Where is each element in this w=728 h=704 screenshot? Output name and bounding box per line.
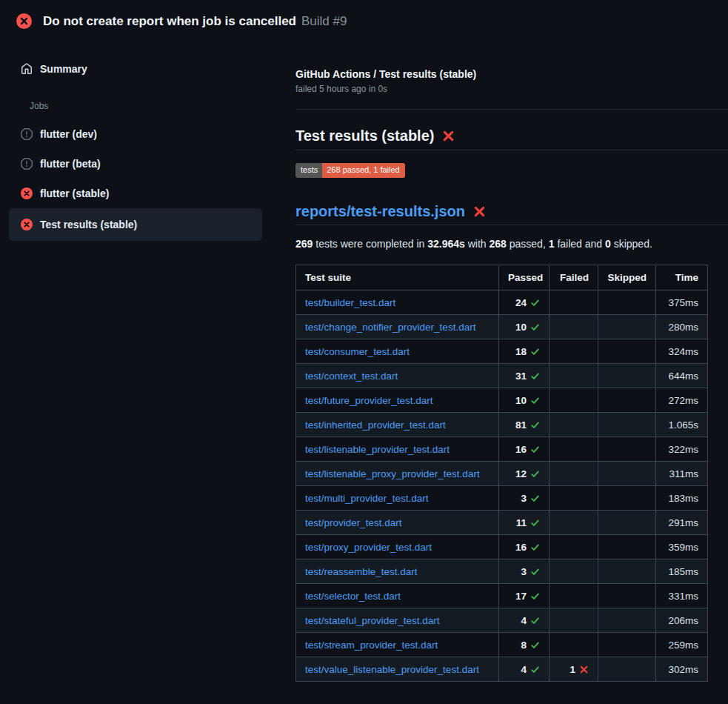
failed-cell xyxy=(550,608,598,633)
skipped-cell xyxy=(598,608,656,633)
build-number: Build #9 xyxy=(301,14,347,28)
passed-cell: 4 xyxy=(499,608,550,633)
suite-link[interactable]: test/reassemble_test.dart xyxy=(305,566,418,577)
failed-cell xyxy=(550,584,598,608)
skipped-cell xyxy=(598,535,656,559)
suite-cell: test/listenable_provider_test.dart xyxy=(296,437,499,462)
skipped-cell xyxy=(598,364,656,388)
cross-mark-icon xyxy=(442,130,455,142)
check-icon xyxy=(530,616,540,625)
table-row: test/consumer_test.dart18324ms xyxy=(296,339,708,364)
count-value: 11 xyxy=(516,517,527,528)
home-icon xyxy=(21,63,33,75)
jobs-section-label: Jobs xyxy=(30,101,262,111)
count-value: 3 xyxy=(521,493,527,504)
suite-link[interactable]: test/stream_provider_test.dart xyxy=(305,640,438,651)
table-row: test/reassemble_test.dart3185ms xyxy=(296,559,708,584)
suite-cell: test/consumer_test.dart xyxy=(296,339,499,364)
failed-cell xyxy=(550,388,598,413)
suite-cell: test/stateful_provider_test.dart xyxy=(296,608,499,633)
count-value: 31 xyxy=(515,371,527,382)
suite-link[interactable]: test/future_provider_test.dart xyxy=(305,395,433,406)
sidebar-item-flutter-dev[interactable]: flutter (dev) xyxy=(9,119,262,149)
suite-link[interactable]: test/listenable_proxy_provider_test.dart xyxy=(305,468,480,479)
suite-cell: test/provider_test.dart xyxy=(296,511,499,535)
test-summary-line: 269 tests were completed in 32.964s with… xyxy=(295,237,728,250)
skipped-cell xyxy=(598,413,656,437)
skipped-cell xyxy=(598,584,656,608)
sidebar-item-test-results-stable[interactable]: Test results (stable) xyxy=(9,208,262,241)
check-icon xyxy=(530,371,540,381)
stop-icon xyxy=(21,158,33,170)
suite-cell: test/inherited_provider_test.dart xyxy=(296,413,499,437)
table-row: test/provider_test.dart11291ms xyxy=(296,511,708,535)
sidebar-item-summary[interactable]: Summary xyxy=(9,54,262,84)
failed-cell xyxy=(550,413,598,437)
failed-cell xyxy=(550,633,598,657)
skipped-cell xyxy=(598,462,656,486)
suite-link[interactable]: test/multi_provider_test.dart xyxy=(305,493,429,504)
suite-link[interactable]: test/context_test.dart xyxy=(305,371,398,382)
count-value: 3 xyxy=(521,566,527,577)
run-meta: failed 5 hours ago in 0s xyxy=(295,84,728,94)
tests-status-badge: tests 268 passed, 1 failed xyxy=(295,163,405,178)
time-cell: 375ms xyxy=(656,290,708,315)
check-icon xyxy=(530,298,540,308)
section-heading: Test results (stable) xyxy=(295,126,728,145)
passed-cell: 17 xyxy=(499,584,550,608)
table-row: test/value_listenable_provider_test.dart… xyxy=(296,657,708,682)
section-title: Test results (stable) xyxy=(295,126,434,145)
suite-link[interactable]: test/builder_test.dart xyxy=(305,297,395,308)
suite-link[interactable]: test/consumer_test.dart xyxy=(305,346,410,357)
summary-text: passed, xyxy=(507,238,549,250)
time-cell: 272ms xyxy=(656,388,708,413)
passed-cell: 31 xyxy=(499,364,550,388)
skipped-cell xyxy=(598,486,656,511)
count-value: 12 xyxy=(515,468,527,479)
count-value: 4 xyxy=(521,664,527,675)
cross-mark-icon xyxy=(473,205,486,218)
sidebar: Summary Jobs flutter (dev)flutter (beta)… xyxy=(0,41,284,241)
time-cell: 331ms xyxy=(656,584,708,608)
job-item-label: flutter (dev) xyxy=(40,128,97,140)
summary-number: 32.964s xyxy=(427,238,465,250)
page-title: Do not create report when job is cancell… xyxy=(43,14,296,28)
suite-link[interactable]: test/change_notifier_provider_test.dart xyxy=(305,322,475,333)
suite-cell: test/future_provider_test.dart xyxy=(296,388,499,413)
table-row: test/stream_provider_test.dart8259ms xyxy=(296,633,708,657)
table-row: test/stateful_provider_test.dart4206ms xyxy=(296,608,708,633)
skipped-cell xyxy=(598,315,656,339)
sidebar-item-flutter-stable[interactable]: flutter (stable) xyxy=(9,179,262,208)
suite-link[interactable]: test/provider_test.dart xyxy=(305,517,402,528)
failed-cell xyxy=(550,315,598,339)
count-value: 17 xyxy=(515,591,527,602)
time-cell: 302ms xyxy=(656,657,708,682)
skipped-cell xyxy=(598,290,656,315)
suite-cell: test/reassemble_test.dart xyxy=(296,559,499,584)
x-circle-icon xyxy=(21,187,33,199)
badge-value: 268 passed, 1 failed xyxy=(322,163,404,178)
report-heading: reports/test-results.json xyxy=(295,202,728,221)
check-icon xyxy=(530,518,540,528)
suite-link[interactable]: test/inherited_provider_test.dart xyxy=(305,419,446,431)
time-cell: 322ms xyxy=(656,437,708,462)
job-item-label: Test results (stable) xyxy=(40,219,137,230)
passed-cell: 18 xyxy=(499,339,550,364)
summary-number: 269 xyxy=(295,238,313,250)
passed-cell: 81 xyxy=(499,413,550,437)
suite-cell: test/change_notifier_provider_test.dart xyxy=(296,315,499,339)
sidebar-item-flutter-beta[interactable]: flutter (beta) xyxy=(9,149,262,179)
suite-link[interactable]: test/value_listenable_provider_test.dart xyxy=(305,664,479,675)
check-icon xyxy=(530,665,540,674)
suite-link[interactable]: test/selector_test.dart xyxy=(305,591,401,602)
suite-link[interactable]: test/stateful_provider_test.dart xyxy=(305,615,440,626)
table-row: test/builder_test.dart24375ms xyxy=(296,290,708,315)
check-icon xyxy=(530,469,540,479)
column-header-time: Time xyxy=(656,265,708,290)
passed-cell: 3 xyxy=(499,486,550,511)
table-row: test/listenable_provider_test.dart16322m… xyxy=(296,437,708,462)
report-file-link[interactable]: reports/test-results.json xyxy=(295,202,465,221)
passed-cell: 16 xyxy=(499,535,550,559)
suite-link[interactable]: test/listenable_provider_test.dart xyxy=(305,444,450,455)
suite-link[interactable]: test/proxy_provider_test.dart xyxy=(305,542,432,553)
